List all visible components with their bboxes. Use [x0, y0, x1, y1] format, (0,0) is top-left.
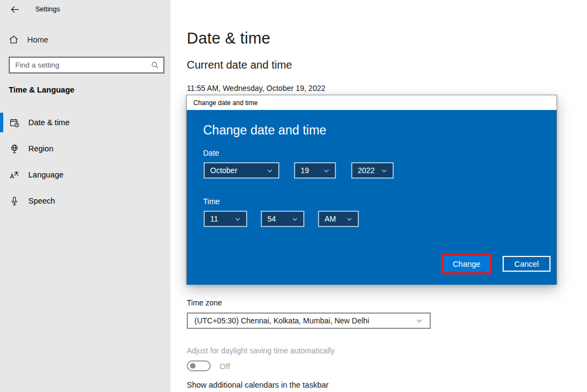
page-title: Date & time: [187, 29, 271, 47]
current-datetime-value: 11:55 AM, Wednesday, October 19, 2022: [187, 84, 326, 93]
chevron-down-icon: [234, 216, 241, 223]
minute-value: 54: [267, 215, 276, 223]
sidebar-section-title: Time & Language: [9, 85, 75, 94]
change-button[interactable]: Change: [444, 256, 490, 272]
time-zone-select[interactable]: (UTC+05:30) Chennai, Kolkata, Mumbai, Ne…: [187, 313, 431, 329]
microphone-icon: [9, 195, 20, 206]
time-zone-label: Time zone: [187, 298, 222, 307]
search-input[interactable]: [10, 61, 148, 69]
chevron-down-icon: [346, 216, 353, 223]
month-select[interactable]: October: [204, 162, 279, 179]
change-date-time-dialog: Change date and time Change date and tim…: [186, 95, 557, 285]
additional-calendars-heading: Show additional calendars in the taskbar: [187, 381, 328, 389]
day-value: 19: [301, 166, 309, 175]
current-datetime-heading: Current date and time: [187, 59, 292, 71]
sidebar-item-home[interactable]: Home: [5, 32, 165, 48]
dialog-titlebar: Change date and time: [187, 95, 557, 110]
sidebar-item-label: Home: [27, 35, 48, 44]
sidebar-item-label: Language: [28, 170, 64, 179]
day-select[interactable]: 19: [294, 162, 336, 179]
daylight-saving-toggle-state: Off: [219, 362, 230, 371]
sidebar: Settings Home Time & Language Date & tim…: [0, 0, 170, 392]
sidebar-item-label: Date & time: [28, 118, 70, 127]
chevron-down-icon: [291, 216, 298, 223]
year-select[interactable]: 2022: [351, 162, 394, 179]
red-highlight-annotation: Change: [442, 253, 492, 274]
time-zone-selected-option: (UTC+05:30) Chennai, Kolkata, Mumbai, Ne…: [194, 316, 369, 325]
sidebar-item-speech[interactable]: Speech: [0, 188, 170, 214]
sidebar-item-region[interactable]: Region: [0, 136, 170, 162]
dialog-body: Change date and time Date October 19 202…: [187, 110, 557, 285]
sidebar-item-label: Speech: [28, 197, 55, 205]
back-button[interactable]: [8, 3, 22, 15]
meridiem-select[interactable]: AM: [318, 211, 359, 227]
sidebar-item-date-time[interactable]: Date & time: [0, 109, 170, 136]
daylight-saving-toggle[interactable]: [187, 360, 211, 371]
toggle-knob: [190, 363, 195, 369]
language-icon: [9, 169, 20, 180]
meridiem-value: AM: [325, 215, 336, 223]
chevron-down-icon: [381, 167, 388, 174]
chevron-down-icon: [415, 317, 423, 324]
calendar-clock-icon: [9, 117, 20, 128]
cancel-button[interactable]: Cancel: [503, 256, 551, 272]
search-box[interactable]: [9, 57, 164, 74]
hour-value: 11: [210, 215, 218, 223]
search-icon[interactable]: [148, 60, 161, 70]
selected-accent-bar: [0, 113, 3, 132]
sidebar-item-language[interactable]: Language: [0, 162, 170, 188]
back-arrow-icon: [10, 4, 20, 15]
hour-select[interactable]: 11: [204, 211, 247, 227]
settings-window: Date & time Current date and time 11:55 …: [0, 0, 587, 392]
chevron-down-icon: [266, 167, 273, 174]
window-title: Settings: [35, 5, 60, 13]
globe-icon: [9, 143, 20, 154]
daylight-saving-label: Adjust for daylight saving time automati…: [187, 346, 335, 355]
minute-select[interactable]: 54: [261, 211, 304, 227]
home-icon: [9, 35, 19, 45]
date-label: Date: [203, 149, 219, 157]
sidebar-item-label: Region: [28, 144, 53, 153]
year-value: 2022: [358, 166, 375, 175]
dialog-heading: Change date and time: [203, 123, 326, 138]
chevron-down-icon: [323, 167, 330, 174]
month-value: October: [210, 166, 237, 175]
dialog-title: Change date and time: [193, 99, 258, 107]
time-label: Time: [203, 197, 220, 206]
